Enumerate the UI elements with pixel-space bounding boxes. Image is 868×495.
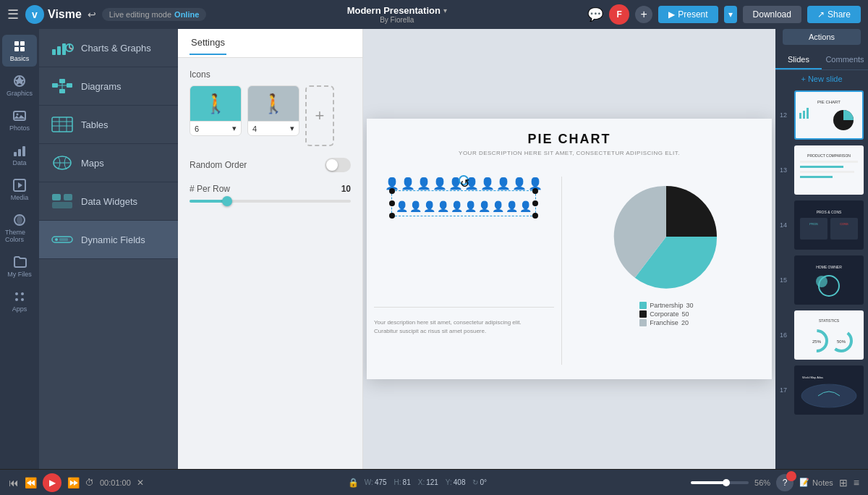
per-row-slider[interactable] (190, 200, 351, 203)
panel-item-maps-label: Maps (81, 158, 104, 169)
handle-br[interactable] (532, 213, 538, 219)
legend-label-corporate: Corporate (650, 310, 678, 318)
notes-button[interactable]: 📝 Notes (799, 478, 833, 487)
settings-content: Icons 🚶 6 ▾ 🚶 (178, 58, 362, 214)
zoom-thumb[interactable] (723, 479, 730, 486)
tab-slides[interactable]: Slides (775, 51, 822, 69)
actions-button[interactable]: Actions (783, 29, 861, 45)
svg-rect-45 (799, 113, 801, 119)
sidebar-item-my-files-label: My Files (7, 271, 32, 278)
svg-text:PRODUCT COMPARISON: PRODUCT COMPARISON (807, 153, 851, 158)
slide-num-13: 13 (780, 166, 787, 174)
person-2: 👤 (401, 177, 415, 190)
slide-thumb-14[interactable]: 14 PROS & CONS PROS CONS (790, 198, 868, 253)
sidebar-item-theme-colors-label: Theme Colors (5, 229, 34, 243)
handle-mr[interactable] (532, 200, 538, 206)
sidebar-item-photos[interactable]: Photos (2, 104, 37, 136)
sidebar-item-graphics[interactable]: Graphics (2, 69, 37, 101)
present-button[interactable]: ▶ Present (658, 6, 718, 23)
svg-point-18 (21, 298, 24, 301)
play-button[interactable]: ▶ (43, 473, 61, 492)
icon-dropdown-arrow-2[interactable]: ▾ (290, 124, 294, 133)
panel-item-maps[interactable]: Maps (39, 144, 178, 182)
sidebar-item-apps-label: Apps (12, 305, 27, 313)
close-timer-button[interactable]: ✕ (137, 478, 144, 488)
slide-thumb-content-16[interactable]: STATISTICS 25% 50% (794, 310, 864, 360)
slide-thumb-16[interactable]: 16 STATISTICS 25% 50% (790, 308, 868, 363)
zoom-slider[interactable] (691, 481, 749, 484)
slide-thumb-content-17[interactable]: World Map Atlas (794, 365, 864, 415)
add-icon-button[interactable]: + (305, 85, 334, 146)
random-order-toggle[interactable] (325, 158, 351, 172)
handle-ml[interactable] (389, 200, 395, 206)
y-value: 408 (454, 478, 466, 486)
panel-item-tables[interactable]: Tables (39, 106, 178, 144)
user-avatar[interactable]: F (609, 4, 629, 25)
menu-button[interactable]: ☰ (7, 7, 19, 22)
icon-card-1: 🚶 6 ▾ (190, 85, 242, 136)
slide-thumb-inner-13: PRODUCT COMPARISON (794, 145, 864, 195)
slide-preview-13: PRODUCT COMPARISON (796, 150, 861, 190)
icon-count-2: 4 (252, 124, 257, 133)
settings-tab: Settings (178, 29, 362, 58)
right-panel-tabs: Slides Comments (775, 51, 868, 70)
share-label: Share (827, 9, 851, 20)
fast-forward-button[interactable]: ⏩ (67, 477, 80, 488)
slide-thumb-12[interactable]: 12 PIE CHART (790, 88, 868, 143)
help-button[interactable]: ? (776, 474, 793, 491)
selected-people-row[interactable]: 👤 👤 👤 👤 👤 👤 👤 👤 👤 👤 (394, 193, 533, 213)
svg-rect-20 (57, 46, 61, 55)
slide-thumb-15[interactable]: 15 HOME OWNER (790, 253, 868, 308)
new-slide-button[interactable]: + New slide (775, 70, 868, 88)
list-view-button[interactable]: ≡ (854, 477, 859, 488)
download-button[interactable]: Download (743, 6, 801, 23)
slide-thumb-13[interactable]: 13 PRODUCT COMPARISON (790, 143, 868, 198)
person-6: 👤 (464, 177, 479, 190)
person-icon-1: 🚶 (204, 93, 227, 115)
zoom-value: 56% (754, 478, 770, 487)
sidebar-item-theme-colors[interactable]: Theme Colors (2, 208, 37, 248)
slide-thumb-content-15[interactable]: HOME OWNER (794, 255, 864, 305)
sidebar-item-media[interactable]: Media (2, 174, 37, 206)
tab-comments[interactable]: Comments (822, 51, 868, 69)
icon-count-1: 6 (195, 124, 199, 133)
comment-button[interactable]: 💬 (587, 7, 603, 22)
slide-preview-16: STATISTICS 25% 50% (796, 315, 861, 355)
present-caret-button[interactable]: ▾ (724, 6, 737, 23)
icons-grid: 🚶 6 ▾ 🚶 4 ▾ (190, 85, 351, 146)
pie-chart-title: PIE CHART (367, 132, 772, 147)
icon-dropdown-arrow-1[interactable]: ▾ (232, 124, 237, 133)
panel-item-charts-graphs[interactable]: Charts & Graphs (39, 29, 178, 67)
prev-frame-button[interactable]: ⏮ (9, 477, 19, 488)
rewind-button[interactable]: ⏪ (25, 477, 37, 488)
sidebar-item-apps[interactable]: Apps (2, 285, 37, 317)
grid-view-button[interactable]: ⊞ (839, 477, 848, 488)
icons-section: Icons 🚶 6 ▾ 🚶 (190, 69, 351, 146)
undo-button[interactable]: ↩ (88, 9, 96, 20)
legend-value-partnership: 30 (686, 302, 693, 309)
slider-thumb[interactable] (222, 196, 232, 206)
panel-item-diagrams[interactable]: Diagrams (39, 67, 178, 106)
sidebar-item-basics[interactable]: Basics (2, 35, 37, 67)
panel-item-data-widgets[interactable]: Data Widgets (39, 182, 178, 221)
add-collaborator-button[interactable]: + (635, 6, 652, 23)
svg-rect-50 (800, 161, 858, 163)
legend-value-franchise: 20 (681, 319, 689, 326)
slide-thumb-content-13[interactable]: PRODUCT COMPARISON (794, 145, 864, 195)
handle-bl[interactable] (389, 213, 395, 219)
sidebar-item-data[interactable]: Data (2, 139, 37, 171)
slide-thumb-content-14[interactable]: PROS & CONS PROS CONS (794, 200, 864, 250)
slide-thumb-content-12[interactable]: PIE CHART (794, 90, 864, 140)
slide-thumb-inner-15: HOME OWNER (794, 255, 864, 305)
h-label: H: (394, 478, 401, 486)
svg-rect-24 (67, 83, 72, 88)
panel-item-dynamic-fields[interactable]: Dynamic Fields (39, 221, 178, 259)
pie-chart-legend: Partnership 30 Corporate 50 Franchise 20 (639, 300, 693, 328)
slide-thumb-17[interactable]: 17 World Map Atlas (790, 363, 868, 418)
svg-rect-41 (59, 238, 68, 241)
panel-item-tables-label: Tables (81, 119, 109, 130)
sidebar-item-my-files[interactable]: My Files (2, 250, 37, 282)
share-button[interactable]: ↗ Share (807, 6, 861, 23)
top-bar-left: ☰ v Visme ↩ Live editing mode Online (7, 4, 206, 25)
slide-content: 👤 👤 👤 👤 👤 👤 👤 👤 👤 👤 👤 (367, 159, 772, 347)
